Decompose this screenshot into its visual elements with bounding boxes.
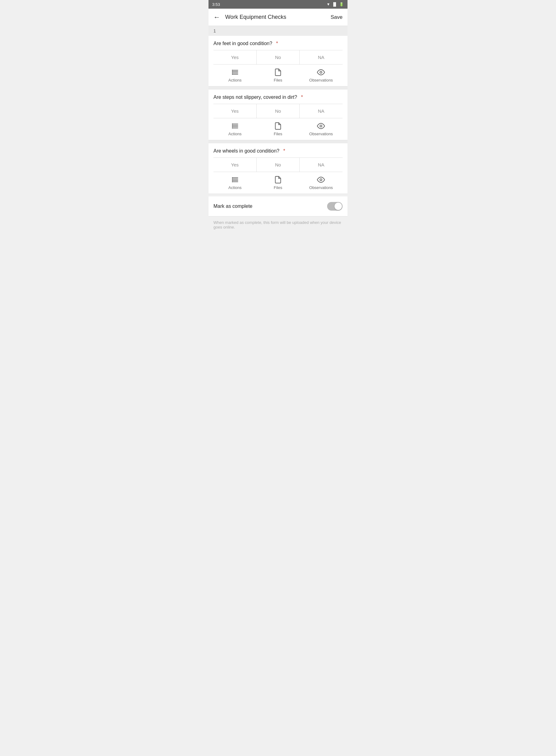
file-icon [274, 122, 282, 130]
mark-complete-label: Mark as complete [213, 204, 252, 209]
files-button-q1[interactable]: Files [256, 65, 299, 86]
svg-point-8 [320, 71, 322, 73]
battery-icon: 🔋 [339, 2, 344, 6]
signal-icon: ▐▌ [332, 2, 337, 6]
answer-no-q3[interactable]: No [256, 158, 300, 172]
files-label: Files [274, 185, 282, 190]
files-label: Files [274, 132, 282, 136]
files-button-q2[interactable]: Files [256, 118, 299, 140]
list-icon [231, 176, 239, 184]
eye-icon [317, 122, 325, 130]
eye-icon [317, 176, 325, 184]
mark-complete-toggle[interactable] [327, 202, 343, 211]
required-star: * [276, 41, 278, 46]
question-block-q2: Are steps not slippery, covered in dirt?… [209, 89, 347, 140]
question-text-q1: Are feet in good condition? * [209, 36, 347, 50]
page-title: Work Equipment Checks [225, 14, 331, 21]
actions-button-q3[interactable]: Actions [213, 172, 256, 194]
answer-no-q1[interactable]: No [256, 50, 300, 64]
observations-label: Observations [309, 132, 333, 136]
answer-row-q3: YesNoNA [213, 157, 343, 172]
section-divider [209, 86, 347, 89]
actions-button-q2[interactable]: Actions [213, 118, 256, 140]
mark-complete-row: Mark as complete [209, 196, 347, 216]
action-row-q3: Actions Files Observations [209, 172, 347, 194]
answer-yes-q1[interactable]: Yes [213, 50, 256, 64]
back-button[interactable]: ← [213, 13, 220, 21]
question-label: Are wheels in good condition? [213, 148, 279, 154]
answer-na-q2[interactable]: NA [299, 104, 343, 118]
actions-button-q1[interactable]: Actions [213, 65, 256, 86]
answer-row-q2: YesNoNA [213, 104, 343, 118]
status-bar: 3:53 ▼ ▐▌ 🔋 [209, 0, 347, 9]
question-label: Are feet in good condition? [213, 41, 272, 46]
question-block-q3: Are wheels in good condition? *YesNoNA A… [209, 143, 347, 194]
action-row-q1: Actions Files Observations [209, 65, 347, 86]
list-icon [231, 68, 239, 76]
list-icon [231, 122, 239, 130]
question-label: Are steps not slippery, covered in dirt? [213, 95, 297, 100]
file-icon [274, 176, 282, 184]
save-button[interactable]: Save [331, 14, 343, 21]
required-star: * [301, 95, 303, 100]
section-number: 1 [209, 26, 347, 36]
observations-button-q2[interactable]: Observations [300, 118, 343, 140]
status-time: 3:53 [212, 2, 220, 7]
question-text-q2: Are steps not slippery, covered in dirt?… [209, 89, 347, 104]
action-row-q2: Actions Files Observations [209, 118, 347, 140]
upload-note: When marked as complete, this form will … [209, 216, 347, 233]
actions-label: Actions [228, 132, 242, 136]
section-divider [209, 140, 347, 143]
observations-label: Observations [309, 185, 333, 190]
required-star: * [283, 148, 285, 154]
answer-yes-q2[interactable]: Yes [213, 104, 256, 118]
observations-button-q3[interactable]: Observations [300, 172, 343, 194]
svg-point-26 [320, 179, 322, 181]
files-button-q3[interactable]: Files [256, 172, 299, 194]
question-block-q1: Are feet in good condition? *YesNoNA Act… [209, 36, 347, 86]
status-icons: ▼ ▐▌ 🔋 [326, 2, 344, 6]
actions-label: Actions [228, 185, 242, 190]
answer-row-q1: YesNoNA [213, 50, 343, 65]
question-text-q3: Are wheels in good condition? * [209, 143, 347, 157]
file-icon [274, 68, 282, 76]
actions-label: Actions [228, 78, 242, 82]
answer-no-q2[interactable]: No [256, 104, 300, 118]
files-label: Files [274, 78, 282, 82]
svg-point-17 [320, 125, 322, 127]
wifi-icon: ▼ [326, 2, 330, 6]
observations-label: Observations [309, 78, 333, 82]
answer-na-q3[interactable]: NA [299, 158, 343, 172]
eye-icon [317, 68, 325, 76]
app-bar: ← Work Equipment Checks Save [209, 9, 347, 26]
observations-button-q1[interactable]: Observations [300, 65, 343, 86]
answer-na-q1[interactable]: NA [299, 50, 343, 64]
answer-yes-q3[interactable]: Yes [213, 158, 256, 172]
